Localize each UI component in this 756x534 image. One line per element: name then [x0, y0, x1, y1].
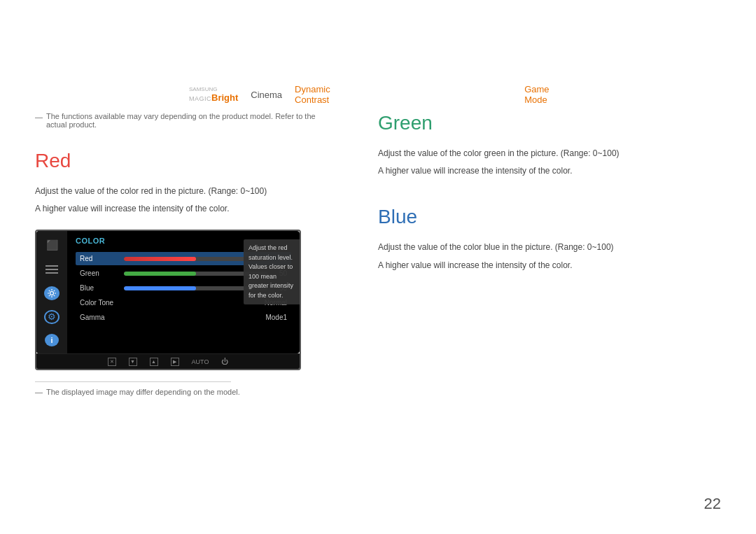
svg-rect-1	[46, 269, 58, 270]
svg-line-8	[54, 295, 55, 295]
tooltip-box: Adjust the red saturation level. Values …	[244, 239, 300, 304]
monitor-icon: ⬛	[44, 238, 59, 252]
up-icon: ▲	[150, 358, 158, 366]
blue-desc1: Adjust the value of the color blue in th…	[378, 241, 686, 254]
green-desc1: Adjust the value of the color green in t…	[378, 147, 686, 160]
blue-label: Blue	[80, 284, 118, 292]
right-icon: ▶	[171, 358, 179, 366]
monitor-mockup: ⬛	[35, 230, 301, 370]
samsung-label: SAMSUNG	[189, 86, 217, 92]
monitor-menu-content: COLOR Red 50 Green	[67, 231, 300, 353]
info-icon: i	[45, 334, 59, 346]
red-label: Red	[80, 255, 118, 262]
blue-desc2: A higher value will increase the intensi…	[378, 259, 686, 272]
red-desc2: A higher value will increase the intensi…	[35, 202, 336, 216]
page-container: SAMSUNG MAGIC Bright Cinema Dynamic Cont…	[0, 0, 756, 534]
green-label: Green	[80, 269, 118, 277]
monitor-display: ⬛	[36, 231, 300, 353]
x-icon: ✕	[108, 358, 116, 366]
footnote: — The displayed image may differ dependi…	[35, 388, 336, 396]
top-note: — The functions available may vary depen…	[35, 112, 336, 129]
footnote-line	[35, 381, 231, 382]
auto-label: AUTO	[192, 358, 209, 365]
color-tone-label: Color Tone	[80, 299, 265, 307]
red-title: Red	[35, 150, 336, 172]
green-desc2: A higher value will increase the intensi…	[378, 164, 686, 178]
gamma-value: Mode1	[265, 314, 287, 321]
btn-x[interactable]: ✕	[108, 358, 116, 366]
lines-icon	[44, 262, 59, 276]
monitor-bottom-bar: ✕ ▼ ▲ ▶ AUTO ⏻	[36, 353, 300, 369]
menu-row-gamma: Gamma Mode1	[76, 311, 291, 324]
svg-line-7	[49, 290, 50, 290]
monitor-screen: ⬛	[35, 230, 301, 370]
blue-bar-fill	[124, 286, 196, 290]
svg-rect-2	[46, 272, 58, 274]
btn-right[interactable]: ▶	[171, 358, 179, 366]
btn-up[interactable]: ▲	[150, 358, 158, 366]
nav-dynamic-contrast[interactable]: Dynamic Contrast	[295, 84, 356, 105]
nav-game-mode[interactable]: Game Mode	[524, 84, 567, 105]
left-column: — The functions available may vary depen…	[35, 112, 336, 396]
power-icon[interactable]: ⏻	[221, 358, 228, 365]
red-desc1: Adjust the value of the color red in the…	[35, 185, 336, 198]
note-text: The functions available may vary dependi…	[46, 112, 336, 129]
green-title: Green	[378, 112, 686, 134]
top-nav: SAMSUNG MAGIC Bright Cinema Dynamic Cont…	[189, 84, 567, 105]
gear-icon: ⚙	[44, 310, 59, 324]
svg-line-10	[49, 295, 50, 295]
nav-cinema[interactable]: Cinema	[251, 90, 282, 100]
red-bar-fill	[124, 257, 196, 261]
page-number: 22	[704, 495, 721, 513]
nav-bright[interactable]: Bright	[211, 92, 238, 103]
gamma-label: Gamma	[80, 314, 265, 321]
magic-label: MAGIC	[189, 95, 211, 102]
blue-title: Blue	[378, 206, 686, 228]
settings-icon	[44, 286, 59, 300]
btn-down[interactable]: ▼	[129, 358, 137, 366]
svg-rect-0	[46, 265, 58, 267]
footnote-text: The displayed image may differ depending…	[46, 388, 240, 396]
green-bar-fill	[124, 272, 196, 276]
down-icon: ▼	[129, 358, 137, 366]
right-column: Green Adjust the value of the color gree…	[378, 112, 686, 276]
svg-line-9	[54, 290, 55, 290]
monitor-sidebar: ⬛	[36, 231, 67, 353]
nav-brand: SAMSUNG MAGIC Bright	[189, 86, 238, 103]
